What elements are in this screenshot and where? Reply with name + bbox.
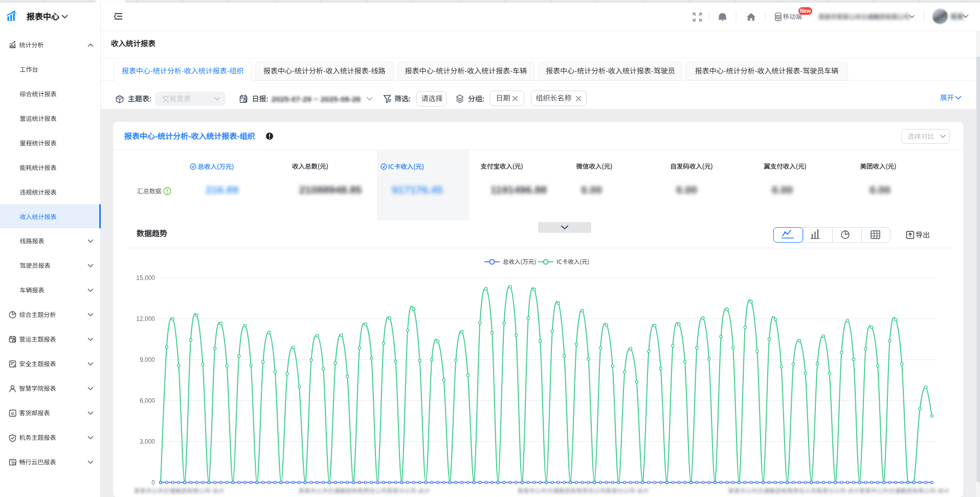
svg-text:APP: APP [776,16,781,18]
